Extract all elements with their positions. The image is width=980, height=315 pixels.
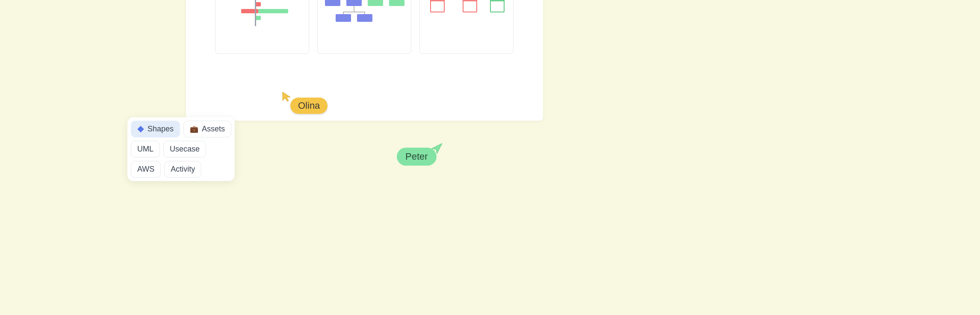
activity-button[interactable]: Activity	[164, 161, 201, 178]
uml-button[interactable]: UML	[131, 141, 160, 158]
shapes-label: Shapes	[148, 125, 174, 134]
cursor-peter: Peter	[397, 148, 437, 166]
cursor-olina-label: Olina	[290, 98, 328, 114]
shapes-button[interactable]: Shapes	[131, 121, 180, 137]
usecase-label: Usecase	[170, 145, 200, 154]
template-row: Olina	[215, 0, 514, 54]
uml-label: UML	[137, 145, 153, 154]
cursor-arrow-icon	[430, 143, 443, 157]
template-gantt[interactable]: Olina	[215, 0, 309, 54]
aws-button[interactable]: AWS	[131, 161, 161, 178]
assets-label: Assets	[202, 125, 225, 134]
usecase-button[interactable]: Usecase	[163, 141, 206, 158]
activity-label: Activity	[171, 165, 195, 174]
toolbox-panel: Shapes 💼 Assets UML Usecase AWS Activity	[127, 117, 235, 181]
main-panel: Olina	[186, 0, 543, 121]
aws-label: AWS	[137, 165, 154, 174]
template-orgchart-outline[interactable]	[419, 0, 514, 54]
svg-rect-0	[137, 126, 144, 133]
briefcase-icon: 💼	[190, 125, 198, 133]
assets-button[interactable]: 💼 Assets	[183, 121, 231, 137]
diamond-icon	[137, 126, 144, 133]
template-orgchart-filled[interactable]	[317, 0, 411, 54]
